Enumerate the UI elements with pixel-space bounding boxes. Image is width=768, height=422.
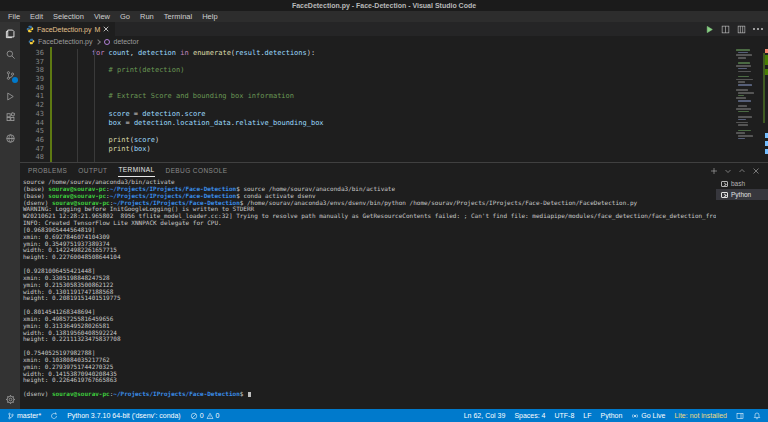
terminal-icon bbox=[721, 181, 728, 187]
layout-icon[interactable] bbox=[736, 412, 744, 420]
code-line[interactable]: 46 print(score) bbox=[20, 136, 768, 145]
code-text: score = detection.score bbox=[48, 110, 206, 119]
terminal-list: bashPython bbox=[716, 177, 768, 409]
code-line[interactable]: 41 # Extract Score and bounding box info… bbox=[20, 92, 768, 101]
run-debug-icon[interactable] bbox=[4, 90, 16, 102]
panel-tab-terminal[interactable]: TERMINAL bbox=[118, 163, 154, 177]
menu-edit[interactable]: Edit bbox=[25, 12, 48, 21]
terminal-line bbox=[23, 261, 716, 268]
menu-run[interactable]: Run bbox=[135, 12, 159, 21]
go-live-button[interactable]: Go Live bbox=[631, 412, 665, 420]
manage-gear-icon[interactable] bbox=[4, 393, 16, 405]
globe-extension-icon[interactable] bbox=[4, 132, 16, 144]
panel-tab-debug-console[interactable]: DEBUG CONSOLE bbox=[166, 163, 228, 177]
menu-go[interactable]: Go bbox=[115, 12, 135, 21]
source-control-icon[interactable] bbox=[4, 69, 16, 81]
close-panel-icon[interactable] bbox=[752, 161, 760, 179]
indentation-status[interactable]: Spaces: 4 bbox=[514, 412, 545, 419]
code-line[interactable]: 48 bbox=[20, 153, 768, 162]
tab-facedetection[interactable]: FaceDetection.py M bbox=[20, 22, 116, 36]
more-actions-icon[interactable] bbox=[753, 28, 763, 30]
minimap[interactable] bbox=[736, 49, 760, 140]
menu-terminal[interactable]: Terminal bbox=[159, 12, 197, 21]
code-line[interactable]: 44 box = detection.location_data.relativ… bbox=[20, 119, 768, 128]
eol-status[interactable]: LF bbox=[583, 412, 591, 419]
panel-tab-output[interactable]: OUTPUT bbox=[78, 163, 107, 177]
code-line[interactable]: 45 bbox=[20, 127, 768, 136]
terminal-line: height: 0.20819151401519775 bbox=[23, 295, 716, 302]
line-number: 37 bbox=[20, 58, 48, 67]
git-gutter-added-bar bbox=[50, 47, 52, 162]
terminal-cursor bbox=[248, 392, 251, 398]
code-line[interactable]: 42 bbox=[20, 101, 768, 110]
encoding-status[interactable]: UTF-8 bbox=[555, 412, 575, 419]
terminal-line: ymin: 0.3549751937389374 bbox=[23, 241, 716, 248]
code-line[interactable]: 39 bbox=[20, 75, 768, 84]
split-editor-icon[interactable] bbox=[721, 20, 730, 38]
problems-status[interactable]: 0 0 bbox=[190, 412, 220, 420]
terminal-line bbox=[23, 343, 716, 350]
bottom-panel: PROBLEMSOUTPUTTERMINALDEBUG CONSOLE bbox=[20, 162, 768, 409]
git-branch-status[interactable]: master* bbox=[7, 412, 41, 420]
activity-bar bbox=[0, 22, 20, 409]
menu-file[interactable]: File bbox=[3, 12, 25, 21]
line-number: 48 bbox=[20, 153, 48, 162]
breadcrumb-symbol[interactable]: detector bbox=[113, 38, 138, 45]
notifications-bell-icon[interactable] bbox=[753, 412, 761, 420]
terminal-line: width: 0.14153870940208435 bbox=[23, 371, 716, 378]
overview-ruler bbox=[762, 47, 768, 162]
search-icon[interactable] bbox=[4, 48, 16, 60]
code-text: box = detection.location_data.relative_b… bbox=[48, 119, 324, 128]
code-line[interactable]: 36 for count, detection in enumerate(res… bbox=[20, 49, 768, 58]
breadcrumb-file[interactable]: FaceDetection.py bbox=[38, 38, 92, 45]
code-line[interactable]: 40 bbox=[20, 84, 768, 93]
terminal-line: xmin: 0.3305198848247528 bbox=[23, 275, 716, 282]
code-line[interactable]: 47 print(box) bbox=[20, 145, 768, 154]
terminal-instance-python[interactable]: Python bbox=[716, 189, 768, 200]
symbol-method-icon bbox=[104, 39, 110, 45]
terminal-instance-bash[interactable]: bash bbox=[716, 178, 768, 189]
menu-selection[interactable]: Selection bbox=[48, 12, 89, 21]
chevron-right-icon bbox=[96, 39, 102, 45]
explorer-icon[interactable] bbox=[4, 27, 16, 39]
code-line[interactable]: 37 bbox=[20, 58, 768, 67]
line-number: 46 bbox=[20, 136, 48, 145]
panel-body: source /home/sourav/anaconda3/bin/activa… bbox=[20, 177, 768, 409]
maximize-panel-chevron-up-icon[interactable] bbox=[738, 161, 746, 179]
line-number: 38 bbox=[20, 66, 48, 75]
menu-view[interactable]: View bbox=[89, 12, 115, 21]
python-file-icon bbox=[26, 25, 34, 33]
terminal-line: width: 0.14224982261657715 bbox=[23, 247, 716, 254]
line-number: 39 bbox=[20, 75, 48, 84]
panel-tabs: PROBLEMSOUTPUTTERMINALDEBUG CONSOLE bbox=[28, 163, 227, 177]
sync-icon bbox=[50, 412, 58, 420]
tab-close-icon[interactable] bbox=[103, 26, 109, 33]
extension-notice[interactable]: Lite: not installed bbox=[674, 412, 727, 419]
terminal-line: xmin: 0.1038084035217762 bbox=[23, 357, 716, 364]
indent-guide bbox=[94, 49, 95, 162]
code-editor[interactable]: 36 for count, detection in enumerate(res… bbox=[20, 47, 768, 162]
language-mode-status[interactable]: Python bbox=[601, 412, 623, 419]
code-line[interactable]: 43 score = detection.score bbox=[20, 110, 768, 119]
cursor-position-status[interactable]: Ln 62, Col 39 bbox=[464, 412, 506, 419]
run-python-file-button[interactable] bbox=[705, 20, 714, 38]
editor-column: FaceDetection.py M bbox=[20, 22, 768, 409]
panel-tab-problems[interactable]: PROBLEMS bbox=[28, 163, 67, 177]
line-number: 41 bbox=[20, 92, 48, 101]
code-line[interactable]: 38 # print(detection) bbox=[20, 66, 768, 75]
extensions-icon[interactable] bbox=[4, 111, 16, 123]
menu-help[interactable]: Help bbox=[197, 12, 222, 21]
open-changes-icon[interactable] bbox=[737, 20, 746, 38]
branch-icon bbox=[7, 412, 15, 420]
panel-actions bbox=[710, 163, 760, 177]
terminal-output[interactable]: source /home/sourav/anaconda3/bin/activa… bbox=[20, 177, 716, 409]
sync-changes-button[interactable] bbox=[50, 412, 58, 420]
terminal-line: [0.8014541268348694] bbox=[23, 309, 716, 316]
code-text: print(box) bbox=[48, 145, 151, 154]
new-terminal-icon[interactable] bbox=[710, 161, 718, 179]
line-number: 45 bbox=[20, 127, 48, 136]
code-text: # print(detection) bbox=[48, 66, 184, 75]
python-interpreter-status[interactable]: Python 3.7.10 64-bit ('dsenv': conda) bbox=[67, 412, 181, 419]
terminal-icon bbox=[721, 192, 728, 198]
terminal-picker-chevron-down-icon[interactable] bbox=[724, 161, 732, 179]
